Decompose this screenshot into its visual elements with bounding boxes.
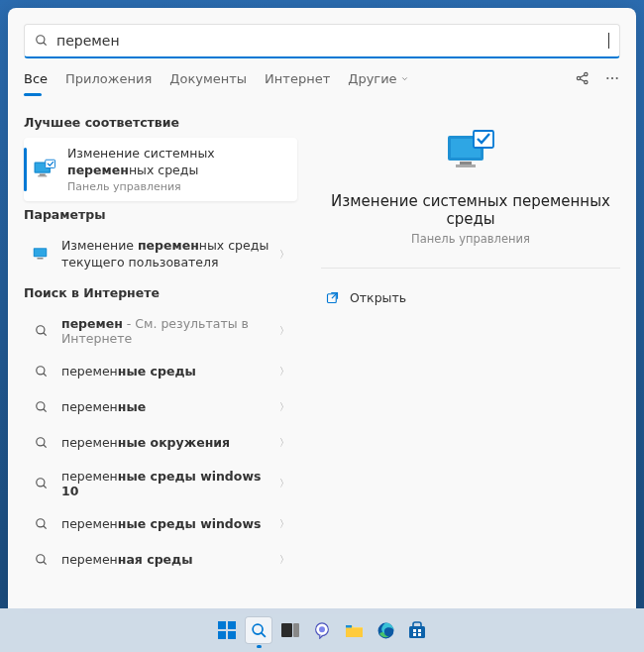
search-bar[interactable]: перемен xyxy=(24,24,620,58)
result-title: Изменение системных переменных среды xyxy=(67,146,289,179)
web-search-suggestion[interactable]: переменные〉 xyxy=(24,389,297,425)
chevron-right-icon: 〉 xyxy=(279,365,289,379)
suggestion-text: переменные окружения xyxy=(61,435,273,450)
svg-point-22 xyxy=(37,401,45,409)
search-icon xyxy=(32,550,52,570)
svg-rect-35 xyxy=(456,164,476,167)
suggestion-text: переменные среды windows xyxy=(61,516,273,531)
result-settings-env-current-user[interactable]: Изменение переменных среды текущего поль… xyxy=(24,230,297,279)
action-label: Открыть xyxy=(350,290,406,305)
search-icon xyxy=(32,362,52,381)
search-icon xyxy=(35,34,49,48)
search-panel: перемен Все Приложения Документы Интерне… xyxy=(8,8,636,608)
more-icon[interactable] xyxy=(604,70,620,86)
svg-rect-52 xyxy=(409,626,425,638)
preview-subtitle: Панель управления xyxy=(411,232,530,246)
web-search-suggestion[interactable]: переменные среды windows〉 xyxy=(24,506,297,542)
svg-line-27 xyxy=(44,485,47,488)
chevron-right-icon: 〉 xyxy=(279,553,289,567)
svg-line-25 xyxy=(44,444,47,447)
chevron-right-icon: 〉 xyxy=(279,436,289,450)
svg-line-1 xyxy=(44,43,47,46)
search-icon xyxy=(32,514,52,534)
svg-line-31 xyxy=(44,561,47,564)
taskbar-chat[interactable] xyxy=(309,617,335,643)
results-list: Лучшее соответствие Изменение системных … xyxy=(8,97,305,608)
tab-all[interactable]: Все xyxy=(24,71,48,96)
divider xyxy=(321,268,620,269)
svg-point-24 xyxy=(37,437,45,445)
svg-rect-56 xyxy=(418,633,421,636)
web-search-suggestion[interactable]: переменные окружения〉 xyxy=(24,425,297,461)
svg-rect-53 xyxy=(413,629,416,632)
monitor-check-icon xyxy=(32,157,57,182)
chevron-right-icon: 〉 xyxy=(279,400,289,414)
svg-rect-14 xyxy=(46,160,55,167)
tab-apps[interactable]: Приложения xyxy=(65,71,152,96)
tab-documents[interactable]: Документы xyxy=(169,71,247,96)
svg-line-44 xyxy=(261,632,265,636)
svg-line-23 xyxy=(44,408,47,411)
svg-line-29 xyxy=(44,525,47,528)
taskbar-edge[interactable] xyxy=(373,617,398,643)
suggestion-text: переменные xyxy=(61,399,273,414)
svg-rect-17 xyxy=(38,258,44,260)
preview-title: Изменение системных переменных среды xyxy=(321,192,620,228)
tab-web[interactable]: Интернет xyxy=(265,71,330,96)
svg-rect-41 xyxy=(218,631,226,639)
preview-pane: Изменение системных переменных среды Пан… xyxy=(305,97,636,608)
taskbar-taskview[interactable] xyxy=(277,617,303,643)
taskbar-explorer[interactable] xyxy=(341,617,367,643)
chevron-down-icon xyxy=(400,74,409,83)
svg-line-21 xyxy=(44,373,47,376)
web-search-suggestion[interactable]: перемен - См. результаты в Интернете〉 xyxy=(24,308,297,354)
svg-rect-49 xyxy=(346,628,363,637)
taskbar-start[interactable] xyxy=(214,617,240,643)
svg-point-48 xyxy=(319,626,325,632)
web-search-suggestion[interactable]: переменная среды〉 xyxy=(24,542,297,578)
svg-point-9 xyxy=(616,77,618,79)
action-open[interactable]: Открыть xyxy=(321,284,620,311)
monitor-settings-icon xyxy=(32,245,52,265)
result-best-match[interactable]: Изменение системных переменных среды Пан… xyxy=(24,138,297,201)
svg-point-30 xyxy=(37,554,45,562)
svg-rect-40 xyxy=(228,621,236,629)
results-content: Лучшее соответствие Изменение системных … xyxy=(8,97,636,608)
svg-rect-12 xyxy=(40,173,46,175)
search-icon xyxy=(32,474,52,493)
result-subtitle: Панель управления xyxy=(67,180,289,193)
chevron-right-icon: 〉 xyxy=(279,248,289,262)
svg-point-43 xyxy=(253,624,263,634)
filter-tabs: Все Приложения Документы Интернет Другие xyxy=(8,58,636,97)
svg-line-19 xyxy=(44,332,47,335)
svg-line-5 xyxy=(580,75,585,78)
open-icon xyxy=(325,290,340,305)
search-input[interactable]: перемен xyxy=(56,33,609,49)
taskbar xyxy=(0,608,644,652)
svg-point-8 xyxy=(611,77,613,79)
chevron-right-icon: 〉 xyxy=(279,324,289,338)
svg-point-20 xyxy=(37,366,45,374)
svg-rect-39 xyxy=(218,621,226,629)
svg-rect-45 xyxy=(281,623,292,637)
svg-point-18 xyxy=(37,325,45,333)
svg-point-0 xyxy=(37,36,45,44)
section-web-search: Поиск в Интернете xyxy=(24,285,305,300)
svg-line-6 xyxy=(580,79,585,82)
svg-rect-34 xyxy=(460,162,472,164)
monitor-check-icon xyxy=(445,129,496,178)
svg-rect-50 xyxy=(346,625,352,628)
text-cursor xyxy=(608,33,609,49)
suggestion-text: переменные среды windows 10 xyxy=(61,469,273,498)
tab-more[interactable]: Другие xyxy=(348,71,408,96)
search-icon xyxy=(32,433,52,453)
taskbar-store[interactable] xyxy=(404,617,430,643)
share-icon[interactable] xyxy=(575,70,590,86)
web-search-suggestion[interactable]: переменные среды〉 xyxy=(24,354,297,389)
result-title: Изменение переменных среды текущего поль… xyxy=(61,238,273,272)
web-search-suggestion[interactable]: переменные среды windows 10〉 xyxy=(24,461,297,506)
taskbar-search[interactable] xyxy=(246,617,271,643)
svg-rect-13 xyxy=(38,175,47,177)
svg-rect-42 xyxy=(228,631,236,639)
svg-rect-46 xyxy=(293,623,299,637)
